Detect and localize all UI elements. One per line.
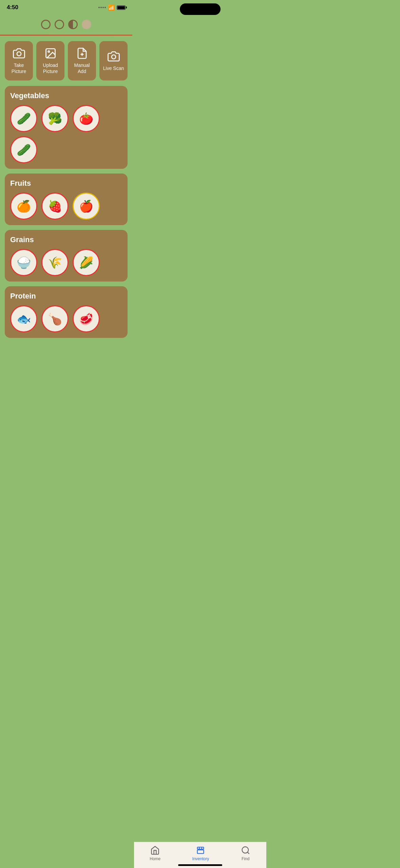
food-item-salmon[interactable]: 🐟 [10, 305, 37, 332]
page-dot-2[interactable] [55, 20, 64, 29]
status-time: 4:50 [7, 4, 18, 11]
page-dot-3[interactable] [68, 20, 78, 29]
upload-picture-button[interactable]: Upload Picture [36, 41, 64, 80]
grains-title: Grains [10, 235, 122, 244]
vegetables-items: 🥒 🥦 🍅 🥒 [10, 105, 122, 163]
food-item-meat[interactable]: 🥩 [73, 305, 100, 332]
food-item-chicken[interactable]: 🍗 [41, 305, 69, 332]
food-item-grain[interactable]: 🌾 [41, 249, 69, 276]
food-item-broccoli[interactable]: 🥦 [41, 105, 69, 132]
svg-point-2 [48, 51, 50, 53]
grains-items: 🍚 🌾 🌽 [10, 249, 122, 276]
food-item-apple[interactable]: 🍎 [73, 193, 100, 220]
food-item-rice[interactable]: 🍚 [10, 249, 37, 276]
vegetables-title: Vegetables [10, 91, 122, 100]
fruits-items: 🍊 🍓 🍎 [10, 193, 122, 220]
protein-section: Protein 🐟 🍗 🥩 [5, 286, 128, 338]
manual-add-button[interactable]: Manual Add [68, 41, 96, 80]
page-dot-1[interactable] [41, 20, 51, 29]
grains-section: Grains 🍚 🌾 🌽 [5, 230, 128, 282]
file-icon [76, 47, 88, 59]
wifi-icon: 📶 [108, 4, 115, 11]
food-item-cucumber2[interactable]: 🥒 [10, 136, 37, 163]
manual-add-label: Manual Add [71, 62, 93, 74]
svg-point-5 [112, 55, 116, 59]
page-dot-4[interactable] [82, 20, 91, 29]
take-picture-label: Take Picture [7, 62, 30, 74]
live-scan-label: Live Scan [103, 65, 124, 71]
action-grid: Take Picture Upload Picture Manual Add [5, 41, 128, 80]
page-indicators [0, 13, 132, 35]
take-picture-button[interactable]: Take Picture [5, 41, 33, 80]
food-item-cucumber[interactable]: 🥒 [10, 105, 37, 132]
status-bar: 4:50 📶 [0, 0, 132, 13]
live-scan-button[interactable]: Live Scan [99, 41, 128, 80]
food-item-tomato[interactable]: 🍅 [73, 105, 100, 132]
camera-icon [13, 47, 25, 59]
protein-title: Protein [10, 292, 122, 301]
protein-items: 🐟 🍗 🥩 [10, 305, 122, 332]
food-item-strawberry[interactable]: 🍓 [41, 193, 69, 220]
upload-picture-label: Upload Picture [39, 62, 62, 74]
live-scan-icon [108, 50, 120, 62]
food-item-orange[interactable]: 🍊 [10, 193, 37, 220]
status-icons: 📶 [98, 4, 126, 11]
fruits-section: Fruits 🍊 🍓 🍎 [5, 174, 128, 225]
svg-point-0 [17, 52, 21, 56]
signal-icon [98, 7, 106, 8]
vegetables-section: Vegetables 🥒 🥦 🍅 🥒 [5, 86, 128, 169]
battery-icon [117, 5, 126, 10]
food-item-corn[interactable]: 🌽 [73, 249, 100, 276]
image-icon [44, 47, 57, 59]
fruits-title: Fruits [10, 179, 122, 188]
main-content: Take Picture Upload Picture Manual Add [0, 36, 132, 370]
